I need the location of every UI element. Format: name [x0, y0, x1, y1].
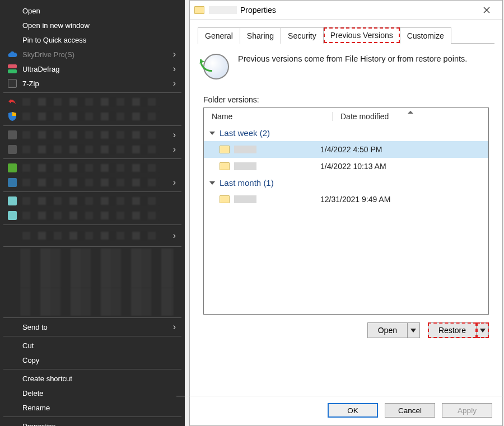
- version-row[interactable]: 1/4/2022 10:13 AM: [204, 158, 488, 175]
- name-redacted: [234, 162, 256, 170]
- shield-icon: [7, 111, 18, 122]
- folder-icon: [194, 6, 204, 14]
- version-row[interactable]: 12/31/2021 9:49 AM: [204, 191, 488, 208]
- caret-down-icon: [480, 329, 486, 333]
- ctx-item-hidden[interactable]: [0, 161, 185, 175]
- ctx-skydrive[interactable]: SkyDrive Pro(S) ›: [0, 47, 185, 62]
- tabs: General Sharing Security Previous Versio…: [190, 20, 502, 43]
- caret-down-icon: [410, 329, 416, 333]
- ctx-items-hidden: [20, 288, 174, 316]
- name-redacted: [234, 146, 256, 153]
- undo-icon: [7, 96, 18, 107]
- date-modified: 1/4/2022 10:13 AM: [320, 162, 488, 171]
- tab-previous-versions[interactable]: Previous Versions: [323, 27, 400, 44]
- ctx-items-hidden: [20, 249, 174, 288]
- ctx-rename[interactable]: Rename: [0, 400, 185, 415]
- open-button[interactable]: Open: [367, 322, 420, 338]
- list-label: Folder versions:: [203, 95, 489, 104]
- sort-ascending-icon: [408, 111, 413, 114]
- folder-name-redacted: [209, 6, 237, 14]
- chevron-down-icon: [209, 181, 215, 185]
- ctx-item-hidden[interactable]: [0, 208, 185, 223]
- ultradefrag-icon: [7, 63, 18, 74]
- ctx-separator: [3, 224, 181, 225]
- list-header: Name Date modified: [204, 108, 488, 125]
- tab-pane-previous-versions: Previous versions come from File History…: [190, 44, 502, 396]
- ctx-separator: [3, 125, 181, 126]
- ctx-item-hidden[interactable]: ›: [0, 142, 185, 157]
- open-dropdown[interactable]: [408, 322, 420, 338]
- group-last-week[interactable]: Last week (2): [204, 125, 488, 141]
- tab-sharing[interactable]: Sharing: [240, 27, 281, 44]
- restore-dropdown[interactable]: [477, 322, 489, 338]
- submenu-arrow-icon: ›: [173, 49, 176, 59]
- ctx-open-new-window[interactable]: Open in new window: [0, 18, 185, 32]
- ctx-ultradefrag[interactable]: UltraDefrag ›: [0, 62, 185, 76]
- folder-icon: [220, 195, 230, 203]
- ctx-properties[interactable]: Properties: [0, 419, 185, 426]
- cancel-button[interactable]: Cancel: [385, 403, 435, 418]
- folder-icon: [220, 162, 230, 170]
- ctx-pin-quick-access[interactable]: Pin to Quick access: [0, 32, 185, 47]
- titlebar: Properties: [190, 1, 502, 20]
- group-last-month[interactable]: Last month (1): [204, 175, 488, 191]
- ctx-copy[interactable]: Copy: [0, 353, 185, 367]
- restore-button[interactable]: Restore: [428, 322, 489, 338]
- tab-security[interactable]: Security: [281, 27, 324, 44]
- dialog-buttons: OK Cancel Apply: [190, 396, 502, 425]
- ctx-item-hidden[interactable]: [0, 95, 185, 109]
- ctx-item-hidden[interactable]: ›: [0, 227, 185, 245]
- ctx-separator: [3, 92, 181, 93]
- description-text: Previous versions come from File History…: [238, 54, 467, 65]
- date-modified: 12/31/2021 9:49 AM: [320, 195, 488, 204]
- submenu-arrow-icon: ›: [173, 78, 176, 88]
- submenu-arrow-icon: ›: [173, 322, 176, 332]
- versions-list[interactable]: Name Date modified Last week (2) 1/4/202…: [203, 107, 489, 315]
- ctx-create-shortcut[interactable]: Create shortcut: [0, 371, 185, 386]
- ctx-delete[interactable]: Delete: [0, 386, 185, 400]
- ctx-separator: [3, 191, 181, 192]
- date-modified: 1/4/2022 4:50 PM: [320, 145, 488, 154]
- close-button[interactable]: [475, 2, 498, 18]
- ctx-send-to[interactable]: Send to ›: [0, 320, 185, 334]
- apply-button[interactable]: Apply: [442, 403, 492, 418]
- ctx-item-hidden[interactable]: ›: [0, 128, 185, 142]
- ctx-separator: [3, 158, 181, 159]
- name-redacted: [234, 195, 256, 203]
- ok-button[interactable]: OK: [328, 403, 378, 418]
- history-clock-icon: [203, 54, 229, 79]
- ctx-separator: [3, 336, 181, 336]
- tab-general[interactable]: General: [198, 27, 240, 44]
- ctx-7zip[interactable]: 7-Zip ›: [0, 76, 185, 91]
- submenu-arrow-icon: ›: [173, 64, 176, 74]
- cloud-icon: [7, 49, 18, 60]
- ctx-item-hidden[interactable]: [0, 194, 185, 208]
- column-name[interactable]: Name: [204, 112, 333, 121]
- ctx-cut[interactable]: Cut: [0, 338, 185, 353]
- chevron-down-icon: [209, 132, 215, 135]
- tab-customize[interactable]: Customize: [400, 27, 451, 44]
- window-title: Properties: [240, 6, 276, 15]
- ctx-item-hidden[interactable]: [0, 109, 185, 124]
- ctx-item-hidden[interactable]: ›: [0, 175, 185, 190]
- context-menu: Open Open in new window Pin to Quick acc…: [0, 0, 185, 426]
- ctx-open[interactable]: Open: [0, 3, 185, 18]
- folder-icon: [220, 146, 230, 153]
- ctx-separator: [3, 369, 181, 369]
- column-date-modified[interactable]: Date modified: [333, 112, 488, 121]
- ctx-separator: [3, 246, 181, 247]
- ctx-separator: [3, 317, 181, 318]
- ctx-separator: [3, 416, 181, 417]
- version-row[interactable]: 1/4/2022 4:50 PM: [204, 141, 488, 158]
- sevenzip-icon: [7, 78, 18, 89]
- properties-window: Properties General Sharing Security Prev…: [189, 0, 503, 426]
